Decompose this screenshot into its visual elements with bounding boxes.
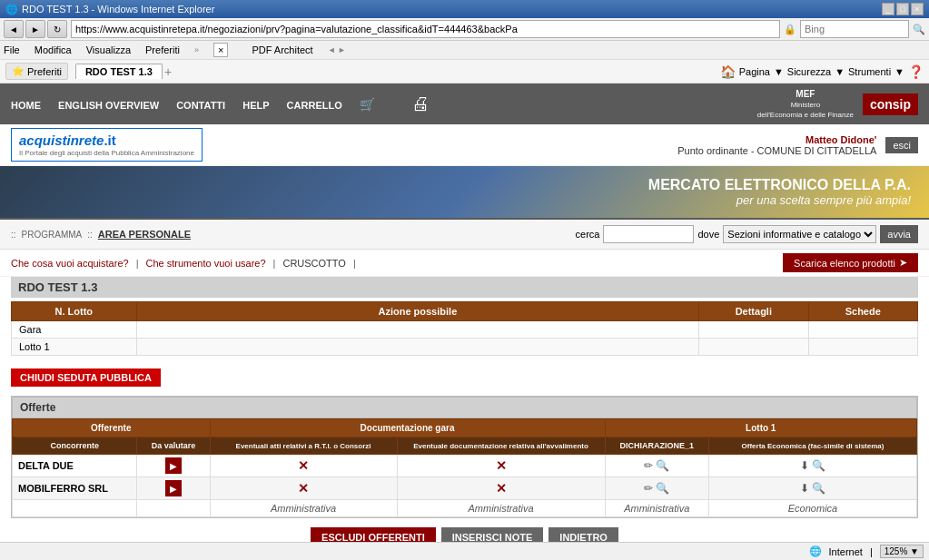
nav-english[interactable]: ENGLISH OVERVIEW — [58, 100, 159, 111]
status-right: 🌐 Internet | 125% ▼ — [809, 545, 924, 556]
mef-sub: Ministerodell'Economia e delle Finanze — [757, 101, 854, 119]
separator1: | — [136, 258, 139, 269]
dettagli-gara — [699, 321, 808, 339]
home-icon[interactable]: 🏠 — [720, 64, 736, 79]
browser-search-input[interactable] — [800, 20, 909, 38]
site-header: HOME ENGLISH OVERVIEW CONTATTI HELP CARR… — [0, 84, 929, 124]
tab-bar: RDO TEST 1.3 + — [75, 64, 713, 79]
menu-preferiti[interactable]: Preferiti — [145, 44, 180, 55]
address-input[interactable] — [71, 20, 780, 38]
sub-offerta-economica: Offerta Economica (fac-simile di sistema… — [708, 437, 916, 455]
x-icon-mobilferro-doc[interactable]: ✕ — [496, 481, 507, 496]
download-icon-mobilferro[interactable]: ⬇ — [800, 482, 809, 495]
zoom-separator: | — [870, 546, 873, 557]
forward-button[interactable]: ► — [25, 20, 45, 38]
download-bar: Scarica elenco prodotti ➤ — [783, 253, 918, 272]
nav-carrello[interactable]: CARRELLO — [287, 100, 342, 111]
x-icon-delta-doc[interactable]: ✕ — [496, 458, 507, 473]
favorites-button[interactable]: ⭐ Preferiti — [5, 63, 68, 80]
col-dettagli: Dettagli — [699, 302, 808, 321]
doc-avvalimento-mobilferro: ✕ — [397, 477, 605, 500]
menu-modifica[interactable]: Modifica — [35, 44, 72, 55]
globe-icon: 🌐 — [809, 545, 822, 556]
help-icon[interactable]: ❓ — [908, 64, 924, 79]
sicurezza-dropdown[interactable]: Sicurezza — [787, 66, 831, 77]
title-bar: 🌐 RDO TEST 1.3 - Windows Internet Explor… — [0, 0, 929, 18]
refresh-button[interactable]: ↻ — [47, 20, 67, 38]
da-valutare-delta: ▶ — [137, 455, 210, 477]
logo-area: MEF Ministerodell'Economia e delle Finan… — [757, 89, 918, 119]
browser-tab[interactable]: RDO TEST 1.3 — [75, 64, 163, 79]
cruscotto-link[interactable]: CRUSCOTTO — [282, 258, 345, 269]
atti-delta: ✕ — [210, 455, 397, 477]
search-icon-mobilferro[interactable]: 🔍 — [656, 482, 669, 495]
exit-button[interactable]: esci — [885, 137, 918, 153]
back-button[interactable]: ◄ — [4, 20, 24, 38]
menu-file[interactable]: File — [4, 44, 20, 55]
favorites-label: Preferiti — [27, 66, 62, 77]
cosa-link[interactable]: Che cosa vuoi acquistare? — [11, 258, 129, 269]
banner-title: MERCATO ELETTRONICO DELLA P.A. — [18, 177, 911, 193]
menu-visualizza[interactable]: Visualizza — [86, 44, 131, 55]
edit-icon-delta[interactable]: ✏ — [644, 459, 653, 472]
edit-icon-mobilferro[interactable]: ✏ — [644, 482, 653, 495]
printer-icon[interactable]: 🖨 — [411, 93, 430, 114]
close-button[interactable]: × — [911, 3, 924, 15]
search-where-select[interactable]: Sezioni informative e catalogo — [723, 225, 876, 243]
pagina-dropdown[interactable]: Pagina — [739, 66, 770, 77]
main-table: N. Lotto Azione possibile Dettagli Sched… — [11, 301, 918, 356]
sub-doc-avvalimento: Eventuale documentazione relativa all'av… — [397, 437, 605, 455]
x-icon-mobilferro-atti[interactable]: ✕ — [298, 481, 309, 496]
atti-mobilferro: ✕ — [210, 477, 397, 500]
close-tab-btn[interactable]: × — [213, 43, 228, 57]
footer-amm1: Amministrativa — [210, 500, 397, 517]
chevron-pagina-icon: ▼ — [774, 66, 784, 77]
new-tab-button[interactable]: + — [164, 64, 172, 79]
cart-icon: 🛒 — [360, 97, 375, 112]
browser-icon: 🌐 — [5, 4, 18, 15]
strumenti-dropdown[interactable]: Strumenti — [848, 66, 891, 77]
offerte-title: Offerte — [12, 397, 917, 418]
play-button-delta[interactable]: ▶ — [165, 457, 182, 474]
concorrente-mobilferro: MOBILFERRO SRL — [13, 477, 137, 500]
footer-amm2: Amministrativa — [397, 500, 605, 517]
chiudi-seduta-button[interactable]: CHIUDI SEDUTA PUBBLICA — [11, 368, 161, 387]
download-icon-delta[interactable]: ⬇ — [800, 459, 809, 472]
nav-contatti[interactable]: CONTATTI — [176, 100, 225, 111]
search-icon-mobilferro-eco[interactable]: 🔍 — [812, 482, 825, 495]
x-icon-delta-atti[interactable]: ✕ — [298, 458, 309, 473]
col-offerente: Offerente — [13, 419, 211, 437]
zoom-chevron-icon: ▼ — [910, 546, 919, 556]
azione-gara — [136, 321, 698, 339]
dichiarazione-delta: ✏ 🔍 — [605, 455, 708, 477]
programma-separator: :: — [11, 230, 16, 240]
area-personal-label[interactable]: AREA PERSONALE — [98, 229, 191, 240]
sub-atti: Eventuali atti relativi a R.T.I. o Conso… — [210, 437, 397, 455]
nav-help[interactable]: HELP — [242, 100, 269, 111]
zoom-button[interactable]: 125% ▼ — [880, 545, 924, 556]
menu-bar: File Modifica Visualizza Preferiti » × P… — [0, 41, 929, 60]
lotto-1: Lotto 1 — [12, 339, 137, 356]
logo-text: acquistinrete.it — [19, 133, 116, 148]
strumento-link[interactable]: Che strumento vuoi usare? — [146, 258, 266, 269]
avvia-button[interactable]: avvia — [880, 225, 918, 243]
menu-pdf-architect[interactable]: PDF Architect — [252, 44, 312, 55]
footer-amm3: Amministrativa — [605, 500, 708, 517]
azione-lotto1 — [136, 339, 698, 356]
search-icon-delta-eco[interactable]: 🔍 — [812, 459, 825, 472]
search-icon-delta[interactable]: 🔍 — [656, 459, 669, 472]
window-title: RDO TEST 1.3 - Windows Internet Explorer — [22, 4, 214, 15]
da-valutare-mobilferro: ▶ — [137, 477, 210, 500]
offerta-mobilferro: ⬇ 🔍 — [708, 477, 916, 500]
download-products-button[interactable]: Scarica elenco prodotti ➤ — [783, 253, 918, 272]
nav-home[interactable]: HOME — [11, 100, 41, 111]
play-button-mobilferro[interactable]: ▶ — [165, 480, 182, 496]
restore-button[interactable]: □ — [896, 3, 909, 15]
separator2: | — [273, 258, 276, 269]
search-input[interactable] — [603, 225, 694, 243]
user-name: Matteo Didone' — [805, 134, 876, 145]
minimize-button[interactable]: _ — [882, 3, 894, 15]
consip-logo: consip — [863, 93, 918, 115]
doc-avvalimento-delta: ✕ — [397, 455, 605, 477]
footer-row: Amministrativa Amministrativa Amministra… — [13, 500, 917, 517]
